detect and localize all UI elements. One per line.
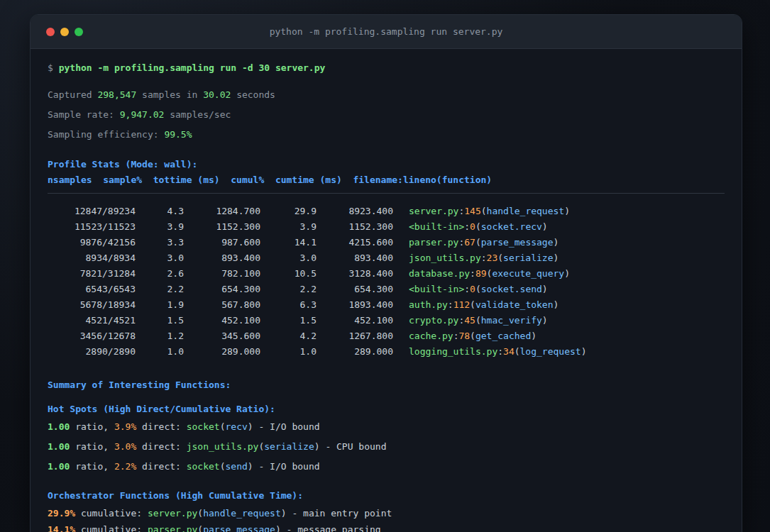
hot-spots-title: Hot Spots (High Direct/Cumulative Ratio)…: [48, 404, 725, 415]
function-location: <built-in>:0(socket.recv): [409, 221, 548, 232]
maximize-button-icon[interactable]: [75, 28, 83, 36]
close-button-icon[interactable]: [46, 28, 55, 36]
function-location: database.py:89(execute_query): [409, 268, 570, 279]
function-location: cache.py:78(get_cached): [409, 331, 537, 341]
orchestrators-title: Orchestrator Functions (High Cumulative …: [48, 490, 725, 501]
window-title: python -m profiling.sampling run server.…: [270, 26, 503, 37]
table-row: 9876/421563.3987.60014.14215.600parser.p…: [48, 235, 725, 250]
titlebar: python -m profiling.sampling run server.…: [31, 15, 742, 49]
orchestrator-line: 29.9% cumulative: server.py(handle_reque…: [48, 508, 725, 519]
hot-spot-line: 1.00 ratio, 3.0% direct: json_utils.py(s…: [48, 441, 725, 453]
hot-spot-line: 1.00 ratio, 2.2% direct: socket(send) - …: [48, 461, 725, 472]
captured-samples-line: Captured 298,547 samples in 30.02 second…: [48, 89, 725, 101]
function-location: logging_utils.py:34(log_request): [409, 346, 586, 357]
table-row: 11523/115233.91152.3003.91152.300<built-…: [48, 219, 725, 235]
table-row: 3456/126781.2345.6004.21267.800cache.py:…: [48, 328, 725, 344]
function-location: parser.py:67(parse_message): [409, 237, 559, 248]
table-row: 6543/65432.2654.3002.2654.300<built-in>:…: [48, 282, 725, 297]
minimize-button-icon[interactable]: [60, 28, 69, 36]
function-location: auth.py:112(validate_token): [409, 299, 559, 310]
sample-rate-line: Sample rate: 9,947.02 samples/sec: [48, 109, 725, 121]
table-divider: [48, 193, 725, 194]
stats-table: 12847/892344.31284.70029.98923.400server…: [48, 204, 725, 360]
table-row: 5678/189341.9567.8006.31893.400auth.py:1…: [48, 297, 725, 313]
table-row: 4521/45211.5452.1001.5452.100crypto.py:4…: [48, 313, 725, 328]
orchestrators-list: 29.9% cumulative: server.py(handle_reque…: [48, 508, 725, 532]
hot-spot-line: 1.00 ratio, 3.9% direct: socket(recv) - …: [48, 421, 725, 433]
table-columns-header: nsamples sample% tottime (ms) cumul% cum…: [48, 174, 725, 186]
sampling-efficiency-line: Sampling efficiency: 99.5%: [48, 129, 725, 140]
profile-stats-title: Profile Stats (Mode: wall):: [48, 159, 725, 170]
orchestrator-line: 14.1% cumulative: parser.py(parse_messag…: [48, 524, 725, 532]
table-row: 7821/312842.6782.10010.53128.400database…: [48, 266, 725, 282]
function-location: <built-in>:0(socket.send): [409, 284, 548, 294]
terminal-content[interactable]: $ python -m profiling.sampling run -d 30…: [31, 49, 742, 532]
table-row: 8934/89343.0893.4003.0893.400json_utils.…: [48, 250, 725, 266]
command-line: $ python -m profiling.sampling run -d 30…: [48, 62, 725, 74]
table-row: 12847/892344.31284.70029.98923.400server…: [48, 204, 725, 219]
function-location: server.py:145(handle_request): [409, 206, 570, 216]
summary-title: Summary of Interesting Functions:: [48, 379, 725, 391]
function-location: json_utils.py:23(serialize): [409, 253, 559, 263]
function-location: crypto.py:45(hmac_verify): [409, 315, 548, 326]
hot-spots-list: 1.00 ratio, 3.9% direct: socket(recv) - …: [48, 421, 725, 472]
terminal-window: python -m profiling.sampling run server.…: [30, 14, 742, 532]
window-controls: [46, 15, 83, 48]
table-row: 2890/28901.0289.0001.0289.000logging_uti…: [48, 344, 725, 360]
